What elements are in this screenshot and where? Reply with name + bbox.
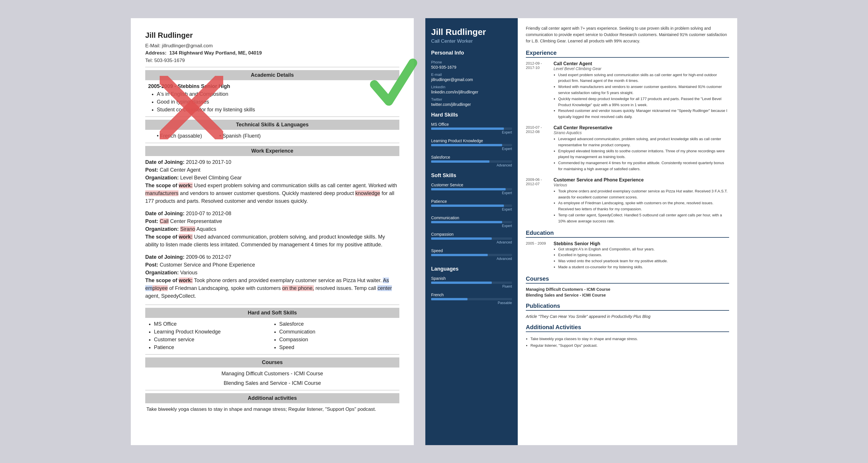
list-item: Good in typing classes — [157, 98, 399, 106]
lang-french: French Passable — [431, 293, 512, 305]
divider — [145, 67, 399, 67]
work-scope-2: The scope of work: Used advanced communi… — [145, 233, 399, 249]
experience-title: Experience — [526, 49, 729, 58]
list-item: Quickly mastered deep product knowledge … — [558, 96, 729, 108]
additional-section: Additional Activities Take biweekly yoga… — [526, 324, 729, 349]
work-item-3: Date of Joining: 2009-06 to 2012-07 Post… — [145, 253, 399, 300]
languages-title: Languages — [431, 266, 512, 273]
work-dates-3: Date of Joining: 2009-06 to 2012-07 — [145, 253, 399, 261]
list-item: As employee of Friedman Landscaping, spo… — [558, 200, 729, 212]
work-post-2: Post: Call Center Representative — [145, 218, 399, 225]
list-item: Salesforce — [279, 320, 399, 328]
list-item: A's in English and Composition — [157, 90, 399, 98]
skill-bar-fill — [431, 160, 490, 163]
skill-name: Speed — [431, 249, 512, 253]
skill-name: MS Office — [431, 122, 512, 127]
divider — [145, 143, 399, 143]
skill-bar-fill — [431, 282, 492, 284]
work-item-1: Date of Joining: 2012-09 to 2017-10 Post… — [145, 158, 399, 205]
courses-title: Courses — [145, 357, 399, 367]
skill-level: Advanced — [431, 257, 512, 261]
technical-title: Technical Skills & Languages — [145, 120, 399, 130]
list-item: Took phone orders and provided exemplary… — [558, 188, 729, 200]
work-scope-3: The scope of work: Took phone orders and… — [145, 277, 399, 300]
skill-bar-bg — [431, 160, 512, 163]
list-item: MS Office — [154, 320, 274, 328]
work-post-3: Post: Customer Service and Phone Experie… — [145, 261, 399, 269]
lang-name: Spanish — [431, 276, 512, 281]
lang-level: Fluent — [431, 285, 512, 289]
pub-item-1: Article "They Can Hear You Smile" appear… — [526, 314, 729, 319]
soft-skills-title: Soft Skills — [431, 172, 512, 180]
skill-name: Communication — [431, 216, 512, 220]
list-item: Got straight A's in English and Composit… — [558, 246, 668, 253]
work-org-2: Organization: Sirano Aquatics — [145, 225, 399, 233]
list-item: Speed — [279, 343, 399, 351]
course-item-1: Managing Difficult Customers - ICMI Cour… — [526, 287, 729, 292]
lang-name: French — [431, 293, 512, 297]
courses-section: Courses Managing Difficult Customers - I… — [526, 275, 729, 297]
list-item: Learning Product Knowledge — [154, 328, 274, 336]
exp-item-1: 2012-09 - 2017-10 Call Center Agent Leve… — [526, 61, 729, 120]
linkedin-label: LinkedIn — [431, 85, 512, 89]
academic-bullets: A's in English and Composition Good in t… — [148, 90, 399, 114]
skill-compassion: Compassion Advanced — [431, 232, 512, 244]
exp-content-1: Call Center Agent Level Bevel Climbing G… — [554, 61, 729, 120]
list-item: Resolved customer and vendor issues quic… — [558, 108, 729, 120]
skill-bar-bg — [431, 282, 512, 284]
exp-role-3: Customer Service and Phone Experience — [554, 177, 729, 183]
skill-bar-fill — [431, 128, 504, 130]
address-label: Address: — [145, 50, 166, 56]
additional-title: Additional activities — [145, 393, 399, 403]
skill-level: Advanced — [431, 240, 512, 244]
divider — [145, 354, 399, 355]
work-dates-2: Date of Joining: 2010-07 to 2012-08 — [145, 210, 399, 218]
right-resume: Jill Rudlinger Call Center Worker Person… — [425, 18, 737, 445]
edu-dates: 2005 - 2009 — [526, 241, 549, 270]
edu-item-1: 2005 - 2009 Stebbins Senior High Got str… — [526, 241, 729, 270]
list-item: Regular listener, "Support Ops" podcast. — [530, 342, 729, 349]
left-address: Address: 134 Rightward Way Portland, ME,… — [145, 49, 399, 57]
skills-row: • French (passable) • Spanish (Fluent) — [145, 132, 399, 140]
skill-bar-bg — [431, 128, 512, 130]
edu-content: Stebbins Senior High Got straight A's in… — [554, 241, 668, 270]
work-dates-1: Date of Joining: 2012-09 to 2017-10 — [145, 158, 399, 166]
list-item: Customer service — [154, 336, 274, 343]
email-value: jillrudlinger@gmail.com — [431, 77, 512, 82]
phone-value: 503-935-1679 — [431, 65, 512, 69]
skill-bar-bg — [431, 188, 512, 190]
experience-section: Experience 2012-09 - 2017-10 Call Center… — [526, 49, 729, 225]
sidebar-jobtitle: Call Center Worker — [431, 38, 512, 44]
publications-title: Publications — [526, 303, 729, 311]
divider — [145, 117, 399, 117]
work-org-1: Organization: Level Bevel Climbing Gear — [145, 174, 399, 182]
exp-bullets-3: Took phone orders and provided exemplary… — [554, 188, 729, 225]
divider — [145, 390, 399, 390]
exp-company-3: Various — [554, 183, 729, 187]
lang-spanish: Spanish Fluent — [431, 276, 512, 289]
school-name: 2005-2009 - Stebbins Senior High — [148, 82, 399, 90]
work-title: Work Experience — [145, 146, 399, 156]
courses-title: Courses — [526, 275, 729, 284]
skill-level: Advanced — [431, 163, 512, 167]
skill-communication: Communication Expert — [431, 216, 512, 228]
skill-speed: Speed Advanced — [431, 249, 512, 261]
exp-company-1: Level Bevel Climbing Gear — [554, 66, 729, 71]
additional-text: Take biweekly yoga classes to stay in sh… — [145, 406, 399, 413]
skill-bar-fill — [431, 144, 502, 146]
divider — [145, 305, 399, 305]
skill-bar-fill — [431, 204, 504, 207]
skill-ms-office: MS Office Expert — [431, 122, 512, 134]
list-item: Student co-counselor for my listening sk… — [157, 106, 399, 114]
list-item: Used expert problem solving and communic… — [558, 72, 729, 84]
skills-list: MS Office Learning Product Knowledge Cus… — [145, 320, 399, 351]
exp-dates-1: 2012-09 - 2017-10 — [526, 61, 549, 120]
left-resume: Jill Rudlinger E-Mail: jillrudlinger@gma… — [131, 18, 414, 445]
exp-role-2: Call Center Representative — [554, 125, 729, 130]
skill-patience: Patience Expert — [431, 199, 512, 211]
work-post-1: Post: Call Center Agent — [145, 166, 399, 174]
list-item: Temp call center agent, SpeedyCollect. H… — [558, 212, 729, 225]
twitter-label: Twitter — [431, 97, 512, 102]
list-item: Commended by management 4 times for my p… — [558, 160, 729, 172]
skill-name: Salesforce — [431, 155, 512, 160]
